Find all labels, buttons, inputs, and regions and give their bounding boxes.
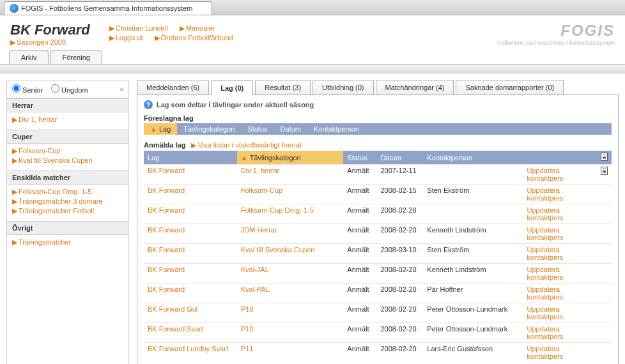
competition-link[interactable]: P10 xyxy=(241,305,254,313)
table-row: BK ForwardFolksam-CupAnmält2008-02-15Ste… xyxy=(144,185,612,204)
document-icon[interactable] xyxy=(601,167,608,175)
status-cell: Anmält xyxy=(343,264,376,284)
collapse-sidebar-icon[interactable]: « xyxy=(120,86,123,93)
tab-saknade[interactable]: Saknade domarrapporter (0) xyxy=(456,80,564,95)
sidebar-item[interactable]: ▶Folksam-Cup xyxy=(12,146,123,156)
ie-icon xyxy=(10,4,19,13)
update-contact-link[interactable]: Uppdatera kontaktpers xyxy=(527,285,563,301)
logo-subtitle: Fotbollens Gemensamma Informationssystem xyxy=(497,40,615,46)
tab-resultat[interactable]: Resultat (3) xyxy=(255,80,311,95)
radio-senior-input[interactable] xyxy=(12,84,20,93)
col-status[interactable]: Status xyxy=(241,123,274,135)
main-panel: Meddelanden (6) Lag (0) Resultat (3) Utb… xyxy=(137,80,619,364)
date-cell: 2008-02-20 xyxy=(376,224,423,244)
contact-cell xyxy=(423,165,523,185)
update-contact-link[interactable]: Uppdatera kontaktpers xyxy=(527,305,563,321)
sidebar-item-link[interactable]: Folksam-Cup xyxy=(19,147,60,155)
user-link[interactable]: Christian Lundell xyxy=(116,24,168,32)
team-link[interactable]: BK Forward xyxy=(148,285,185,293)
date-cell: 2008-02-28 xyxy=(376,204,423,224)
update-contact-link[interactable]: Uppdatera kontaktpers xyxy=(527,266,563,281)
team-link[interactable]: BK Forward Gul xyxy=(148,305,197,313)
update-contact-link[interactable]: Uppdatera kontaktpers xyxy=(527,246,563,261)
sidebar-item[interactable]: ▶Träningsmatcher Fotboll xyxy=(12,206,123,216)
team-link[interactable]: BK Forward xyxy=(148,246,185,254)
th-kontakt[interactable]: Kontaktperson xyxy=(423,151,523,165)
document-icon xyxy=(601,153,608,161)
team-link[interactable]: BK Forward Lundby Svart xyxy=(148,345,228,353)
tab-meddelanden[interactable]: Meddelanden (6) xyxy=(137,80,209,95)
status-cell: Anmält xyxy=(343,165,376,185)
arrow-icon: ▶ xyxy=(12,188,17,195)
team-link[interactable]: BK Forward xyxy=(148,167,185,174)
competition-link[interactable]: Kval-JAL xyxy=(241,266,269,273)
team-link[interactable]: BK Forward xyxy=(148,226,185,234)
sidebar-item[interactable]: ▶Träningsmatcher 3 domare xyxy=(12,197,123,206)
tab-lag[interactable]: Lag (0) xyxy=(211,80,253,95)
tab-forening[interactable]: Förening xyxy=(50,50,102,64)
update-contact-link[interactable]: Uppdatera kontaktpers xyxy=(527,226,563,241)
registered-teams-table: Lag ▲Tävlingskategori Status Datum Konta… xyxy=(144,151,612,362)
team-link[interactable]: BK Forward xyxy=(148,206,185,214)
suggested-header-row: ▲Lag Tävlingskategori Status Datum Konta… xyxy=(144,123,612,135)
competition-link[interactable]: Kval till Svenska Cupen xyxy=(241,246,315,254)
col-tavling[interactable]: Tävlingskategori xyxy=(177,123,241,135)
tab-arkiv[interactable]: Arkiv xyxy=(9,50,49,64)
update-contact-link[interactable]: Uppdatera kontaktpers xyxy=(527,345,563,360)
competition-link[interactable]: P10 xyxy=(241,325,254,333)
update-contact-link[interactable]: Uppdatera kontaktpers xyxy=(527,186,563,202)
col-datum[interactable]: Datum xyxy=(274,123,307,135)
tab-matchandringar[interactable]: Matchändringar (4) xyxy=(376,80,454,95)
team-link[interactable]: BK Forward Svart xyxy=(148,325,203,333)
radio-senior[interactable]: Senior xyxy=(12,86,43,94)
th-update xyxy=(523,151,596,165)
sidebar-item-link[interactable]: Träningsmatcher Fotboll xyxy=(19,207,94,215)
contact-cell: Peter Ottosson-Lundmark xyxy=(423,323,523,343)
competition-link[interactable]: Folksam-Cup xyxy=(241,186,282,194)
col-lag[interactable]: ▲Lag xyxy=(144,123,177,135)
update-contact-link[interactable]: Uppdatera kontaktpers xyxy=(527,325,563,340)
browser-tab[interactable]: FOGIS - Fotbollens Gemensamma Informatio… xyxy=(4,1,212,15)
sidebar-item[interactable]: ▶Kval till Svenska Cupen xyxy=(12,156,123,165)
competition-link[interactable]: JDM Herrar xyxy=(241,226,277,234)
date-cell: 2008-02-20 xyxy=(376,264,423,284)
arrow-icon: ▶ xyxy=(12,238,17,246)
contact-cell: Kenneth Lindström xyxy=(423,224,523,244)
competition-link[interactable]: Kval-PAL xyxy=(241,285,270,293)
sidebar-item-link[interactable]: Folksam-Cup Omg. 1-5 xyxy=(19,188,91,195)
sidebar-item-link[interactable]: Träningsmatcher 3 domare xyxy=(19,197,103,205)
sidebar-item-link[interactable]: Kval till Svenska Cupen xyxy=(19,156,93,164)
sidebar-item[interactable]: ▶Träningsmatcher xyxy=(12,238,123,247)
sort-icon: ▲ xyxy=(150,125,157,133)
team-link[interactable]: BK Forward xyxy=(148,186,185,194)
federation-link[interactable]: Örebros Fotbollförbund xyxy=(161,34,233,42)
competition-link[interactable]: Folksam-Cup Omg. 1-5 xyxy=(241,206,314,214)
sidebar-item-link[interactable]: Div 1, herrar xyxy=(19,116,58,123)
radio-ungdom[interactable]: Ungdom xyxy=(51,86,88,94)
team-link[interactable]: BK Forward xyxy=(148,266,185,273)
sidebar-item[interactable]: ▶Folksam-Cup Omg. 1-5 xyxy=(12,187,123,197)
th-lag[interactable]: Lag xyxy=(144,151,237,165)
th-tavling[interactable]: ▲Tävlingskategori xyxy=(237,151,344,165)
th-datum[interactable]: Datum xyxy=(376,151,423,165)
table-row: BK ForwardKval till Svenska CupenAnmält2… xyxy=(144,244,612,264)
arrow-icon: ▶ xyxy=(155,34,160,42)
competition-link[interactable]: P11 xyxy=(241,345,254,353)
tab-utbildning[interactable]: Utbildning (0) xyxy=(312,80,373,95)
update-contact-link[interactable]: Uppdatera kontaktpers xyxy=(527,167,563,182)
sidebar-item[interactable]: ▶Div 1, herrar xyxy=(12,115,123,125)
update-contact-link[interactable]: Uppdatera kontaktpers xyxy=(527,206,563,222)
competition-link[interactable]: Div 1, herrar xyxy=(241,167,280,174)
season-link[interactable]: Säsongen 2008 xyxy=(17,38,66,46)
sidebar-item-link[interactable]: Träningsmatcher xyxy=(19,238,71,246)
th-status[interactable]: Status xyxy=(343,151,376,165)
registered-teams-heading: Anmälda lag xyxy=(144,141,185,149)
manuals-link[interactable]: Manualer xyxy=(186,24,215,32)
print-friendly-link[interactable]: Visa listan i utskriftsvänligt format xyxy=(197,141,301,149)
logout-link[interactable]: Logga ut xyxy=(116,34,143,42)
contact-cell: Peter Ottosson-Lundmark xyxy=(423,303,523,323)
fogis-logo: FOGIS Fotbollens Gemensamma Informations… xyxy=(497,22,615,46)
logo-text: FOGIS xyxy=(497,22,615,40)
col-kontakt[interactable]: Kontaktperson xyxy=(307,123,366,135)
radio-ungdom-input[interactable] xyxy=(51,84,59,93)
